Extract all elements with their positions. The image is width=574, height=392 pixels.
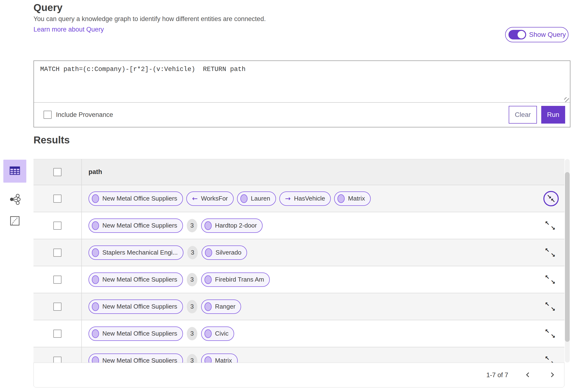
entity-pill[interactable]: New Metal Office Suppliers — [88, 273, 183, 287]
column-header-path: path — [88, 168, 102, 176]
include-provenance-checkbox[interactable] — [43, 111, 52, 119]
collapsed-relationships-count[interactable]: 3 — [187, 300, 197, 313]
network-graph-icon — [9, 193, 21, 206]
resize-grip-icon[interactable] — [564, 97, 569, 102]
table-row: New Metal Office Suppliers3Ranger↖↘ — [34, 293, 564, 320]
row-checkbox[interactable] — [53, 303, 62, 311]
entity-pill[interactable]: Matrix — [334, 192, 371, 206]
entity-label: Silverado — [215, 249, 241, 256]
entity-node-icon — [92, 329, 99, 338]
entity-pill[interactable]: New Metal Office Suppliers — [88, 218, 183, 233]
previous-page-button[interactable] — [523, 370, 533, 380]
row-checkbox-cell — [34, 293, 81, 320]
entity-label: Matrix — [348, 195, 365, 202]
arrow-outward-icon: ↖ — [545, 247, 550, 253]
arrow-outward-icon: ↘ — [551, 279, 555, 285]
toggle-knob — [517, 31, 525, 39]
collapsed-relationships-count[interactable]: 3 — [187, 219, 197, 232]
collapsed-relationships-count[interactable]: 3 — [187, 327, 197, 340]
next-page-button[interactable] — [548, 370, 557, 380]
entity-node-icon — [92, 248, 99, 257]
collapsed-relationships-count[interactable]: 3 — [187, 354, 197, 363]
entity-pill[interactable]: New Metal Office Suppliers — [88, 327, 183, 341]
query-input[interactable]: MATCH path=(c:Company)-[r*2]-(v:Vehicle)… — [34, 61, 570, 102]
table-view-button[interactable] — [3, 160, 26, 183]
row-checkbox[interactable] — [53, 195, 62, 203]
table-row: New Metal Office Suppliers3Hardtop 2-doo… — [34, 212, 564, 239]
arrow-outward-icon: ↘ — [551, 225, 555, 231]
row-checkbox-cell — [34, 266, 81, 293]
pagination-range-label: 1-7 of 7 — [486, 372, 508, 379]
entity-pill[interactable]: Firebird Trans Am — [201, 273, 270, 287]
entity-pill[interactable]: Silverado — [202, 245, 247, 260]
pagination-bar: 1-7 of 7 — [34, 363, 564, 388]
map-view-button[interactable] — [3, 210, 26, 233]
clear-button[interactable]: Clear — [509, 106, 537, 124]
arrow-left-icon: ← — [192, 195, 198, 202]
entity-pill[interactable]: New Metal Office Suppliers — [88, 299, 183, 314]
path-cell: New Metal Office Suppliers3Civic↖↘ — [81, 320, 564, 347]
row-checkbox[interactable] — [53, 357, 62, 363]
query-panel: MATCH path=(c:Company)-[r*2]-(v:Vehicle)… — [34, 60, 570, 127]
select-all-checkbox[interactable] — [53, 168, 62, 176]
expand-row-button[interactable]: ↖↘ — [544, 328, 556, 339]
table-row: Staplers Mechanical Engi...3Silverado↖↘ — [34, 239, 564, 266]
run-button[interactable]: Run — [541, 106, 565, 124]
relationship-pill[interactable]: →HasVehicle — [279, 192, 331, 206]
expand-row-button[interactable]: ↖↘ — [544, 301, 556, 313]
arrow-outward-icon: ↘ — [551, 252, 555, 258]
graph-view-button[interactable] — [3, 188, 26, 211]
table-row: New Metal Office Suppliers3Civic↖↘ — [34, 320, 564, 347]
vertical-scrollbar[interactable] — [565, 159, 570, 363]
row-checkbox[interactable] — [53, 330, 62, 338]
relationship-pill[interactable]: ←WorksFor — [186, 192, 234, 206]
entity-pill[interactable]: Civic — [201, 327, 234, 341]
entity-node-icon — [337, 194, 345, 203]
entity-pill[interactable]: New Metal Office Suppliers — [88, 353, 183, 363]
entity-label: Matrix — [215, 357, 232, 363]
entity-node-icon — [92, 356, 99, 363]
include-provenance-label: Include Provenance — [56, 111, 113, 118]
entity-label: New Metal Office Suppliers — [102, 330, 177, 337]
show-query-toggle[interactable]: Show Query — [505, 27, 569, 42]
map-icon — [9, 215, 20, 227]
expand-row-button[interactable]: ↖↘ — [544, 355, 556, 363]
learn-more-link[interactable]: Learn more about Query — [34, 26, 104, 33]
row-checkbox[interactable] — [53, 249, 62, 257]
path-cell: New Metal Office Suppliers3Firebird Tran… — [81, 266, 564, 293]
expand-row-button[interactable]: ↖↘ — [544, 274, 556, 285]
results-rows: New Metal Office Suppliers←WorksForLaure… — [34, 185, 564, 363]
expand-row-button[interactable]: ↖↘ — [544, 247, 556, 258]
entity-pill[interactable]: Matrix — [201, 353, 238, 363]
arrow-outward-icon: ↖ — [545, 274, 550, 280]
row-checkbox[interactable] — [53, 275, 62, 284]
row-checkbox-cell — [34, 320, 81, 347]
collapsed-relationships-count[interactable]: 3 — [187, 246, 198, 259]
entity-pill[interactable]: Hardtop 2-door — [201, 218, 263, 233]
collapse-row-button[interactable]: ↘↖ — [543, 191, 559, 206]
entity-pill[interactable]: Ranger — [201, 299, 241, 314]
results-table-header: path — [34, 159, 564, 185]
entity-pill[interactable]: New Metal Office Suppliers — [88, 192, 183, 206]
arrow-outward-icon: ↘ — [551, 306, 555, 312]
table-icon — [9, 165, 20, 177]
entity-node-icon — [92, 275, 99, 284]
entity-label: Lauren — [251, 195, 270, 202]
row-checkbox-cell — [34, 212, 81, 239]
entity-node-icon — [205, 275, 212, 284]
entity-node-icon — [240, 194, 247, 203]
entity-pill[interactable]: Staplers Mechanical Engi... — [88, 245, 184, 260]
toggle-on-icon[interactable] — [509, 30, 526, 39]
scrollbar-thumb[interactable] — [565, 172, 570, 342]
results-section-title: Results — [34, 134, 70, 146]
relationship-label: HasVehicle — [294, 195, 325, 202]
row-checkbox-cell — [34, 185, 81, 212]
expand-row-button[interactable]: ↖↘ — [544, 220, 556, 231]
path-cell: Staplers Mechanical Engi...3Silverado↖↘ — [81, 239, 564, 266]
collapsed-relationships-count[interactable]: 3 — [187, 273, 197, 286]
entity-pill[interactable]: Lauren — [237, 192, 276, 206]
arrow-outward-icon: ↘ — [551, 360, 555, 363]
query-panel-footer: Include Provenance Clear Run — [34, 102, 570, 127]
row-checkbox[interactable] — [53, 222, 62, 230]
arrow-outward-icon: ↖ — [545, 220, 550, 226]
